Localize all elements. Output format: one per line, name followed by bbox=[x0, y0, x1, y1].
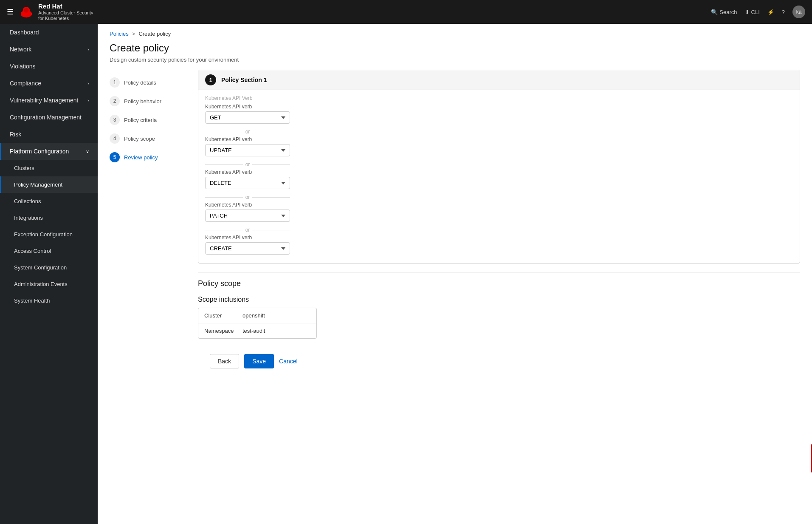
top-navigation: ☰ Red Hat Advanced Cluster Security for … bbox=[0, 0, 812, 24]
step-3-num: 3 bbox=[110, 115, 120, 125]
or-text-2: or bbox=[245, 161, 250, 167]
policy-section-header: 1 Policy Section 1 bbox=[198, 70, 800, 90]
back-button[interactable]: Back bbox=[210, 354, 239, 368]
redhat-logo-icon bbox=[19, 4, 34, 20]
hamburger-menu[interactable]: ☰ bbox=[7, 7, 14, 17]
api-verb-select-3[interactable]: GET UPDATE DELETE PATCH CREATE LIST WATC… bbox=[205, 177, 290, 189]
chevron-right-icon-vuln: › bbox=[87, 98, 89, 103]
sidebar-item-network[interactable]: Network › bbox=[0, 41, 98, 58]
sidebar-label-system-health: System Health bbox=[14, 297, 50, 304]
sidebar: Dashboard Network › Violations Complianc… bbox=[0, 24, 98, 524]
api-verb-label-2: Kubernetes API verb bbox=[205, 136, 793, 142]
cli-action[interactable]: ⬇ CLI bbox=[745, 9, 760, 15]
steps-panel: 1 Policy details 2 Policy behavior 3 Pol… bbox=[110, 70, 186, 375]
brand-text-block: Red Hat Advanced Cluster Security for Ku… bbox=[38, 3, 93, 21]
step-1-num: 1 bbox=[110, 77, 120, 88]
svg-point-2 bbox=[24, 8, 29, 13]
scope-inclusions-title: Scope inclusions bbox=[198, 296, 800, 303]
or-line-right-2 bbox=[252, 164, 290, 165]
step-3[interactable]: 3 Policy criteria bbox=[110, 110, 186, 129]
app-product: Advanced Cluster Security bbox=[38, 10, 93, 16]
scope-cluster-label: Cluster bbox=[204, 312, 242, 319]
sidebar-item-integrations[interactable]: Integrations bbox=[0, 210, 98, 226]
sidebar-item-platform[interactable]: Platform Configuration ∨ bbox=[0, 143, 98, 160]
scope-namespace-value: test-audit bbox=[242, 328, 265, 334]
or-line-right-4 bbox=[252, 230, 290, 230]
sidebar-label-platform: Platform Configuration bbox=[10, 148, 69, 155]
step-4[interactable]: 4 Policy scope bbox=[110, 129, 186, 148]
api-verb-select-5[interactable]: GET UPDATE DELETE PATCH CREATE LIST WATC… bbox=[205, 242, 290, 255]
cancel-button[interactable]: Cancel bbox=[279, 358, 298, 365]
step-2-num: 2 bbox=[110, 96, 120, 106]
or-line-left-4 bbox=[205, 230, 243, 230]
help-icon[interactable]: ? bbox=[782, 9, 785, 15]
save-button[interactable]: Save bbox=[244, 354, 274, 368]
or-text-3: or bbox=[245, 194, 250, 200]
section-title: Policy Section 1 bbox=[221, 76, 267, 83]
api-verb-select-4[interactable]: GET UPDATE DELETE PATCH CREATE LIST WATC… bbox=[205, 210, 290, 222]
brand-logo-area: Red Hat Advanced Cluster Security for Ku… bbox=[19, 3, 93, 21]
download-icon: ⬇ bbox=[745, 9, 750, 15]
policy-section-card: 1 Policy Section 1 Kubernetes API Verb K… bbox=[198, 70, 800, 263]
breadcrumb-policies-link[interactable]: Policies bbox=[110, 31, 129, 37]
breadcrumb-separator: > bbox=[132, 31, 135, 37]
search-icon: 🔍 bbox=[711, 9, 718, 15]
chevron-right-icon-compliance: › bbox=[87, 81, 89, 86]
api-verb-label-1: Kubernetes API verb bbox=[205, 104, 793, 110]
sidebar-item-compliance[interactable]: Compliance › bbox=[0, 75, 98, 92]
sidebar-label-policy-management: Policy Management bbox=[14, 181, 62, 188]
app-subtext: for Kubernetes bbox=[38, 16, 93, 21]
app-name: Red Hat bbox=[38, 3, 93, 10]
sidebar-item-risk[interactable]: Risk bbox=[0, 126, 98, 143]
scope-namespace-row: Namespace test-audit bbox=[198, 323, 316, 338]
sidebar-item-system-config[interactable]: System Configuration bbox=[0, 259, 98, 276]
sidebar-item-exception-config[interactable]: Exception Configuration bbox=[0, 226, 98, 243]
sidebar-label-compliance: Compliance bbox=[10, 80, 41, 87]
sidebar-item-admin-events[interactable]: Administration Events bbox=[0, 276, 98, 292]
sidebar-label-integrations: Integrations bbox=[14, 215, 43, 221]
app-body: Dashboard Network › Violations Complianc… bbox=[0, 24, 812, 524]
sidebar-label-exception-config: Exception Configuration bbox=[14, 231, 73, 238]
or-line-right-1 bbox=[252, 132, 290, 132]
api-verb-select-2[interactable]: GET UPDATE DELETE PATCH CREATE LIST WATC… bbox=[205, 144, 290, 156]
or-text-1: or bbox=[245, 129, 250, 135]
scope-cluster-value: openshift bbox=[242, 312, 265, 319]
sidebar-item-clusters[interactable]: Clusters bbox=[0, 160, 98, 176]
sidebar-item-collections[interactable]: Collections bbox=[0, 193, 98, 210]
sidebar-item-system-health[interactable]: System Health bbox=[0, 292, 98, 309]
step-2-label: Policy behavior bbox=[124, 98, 161, 105]
api-verb-select-1[interactable]: GET UPDATE DELETE PATCH CREATE LIST WATC… bbox=[205, 111, 290, 124]
breadcrumb: Policies > Create policy bbox=[98, 24, 812, 37]
sidebar-item-dashboard[interactable]: Dashboard bbox=[0, 24, 98, 41]
search-action[interactable]: 🔍 Search bbox=[711, 9, 737, 15]
step-2[interactable]: 2 Policy behavior bbox=[110, 92, 186, 110]
step-5-label: Review policy bbox=[124, 154, 158, 161]
or-divider-2: or bbox=[205, 160, 290, 169]
policy-section-body: Kubernetes API Verb Kubernetes API verb … bbox=[198, 90, 800, 263]
api-verb-group-3: Kubernetes API verb GET UPDATE DELETE PA… bbox=[205, 169, 793, 189]
section-number: 1 bbox=[205, 74, 216, 85]
user-avatar[interactable]: ka bbox=[792, 6, 805, 18]
api-verb-label-3: Kubernetes API verb bbox=[205, 169, 793, 175]
sidebar-label-access-control: Access Control bbox=[14, 248, 51, 254]
step-1[interactable]: 1 Policy details bbox=[110, 73, 186, 92]
page-title: Create policy bbox=[110, 42, 800, 54]
bottom-actions: Back Save Cancel bbox=[198, 347, 800, 375]
sidebar-item-access-control[interactable]: Access Control bbox=[0, 243, 98, 259]
pulse-icon[interactable]: ⚡ bbox=[767, 9, 774, 15]
scope-title: Policy scope bbox=[198, 272, 800, 291]
page-subtitle: Design custom security policies for your… bbox=[110, 57, 800, 63]
sidebar-label-network: Network bbox=[10, 46, 31, 53]
search-label: Search bbox=[719, 9, 737, 15]
sidebar-item-violations[interactable]: Violations bbox=[0, 58, 98, 75]
scope-section: Policy scope Scope inclusions Cluster op… bbox=[198, 272, 800, 347]
sidebar-item-vulnerability[interactable]: Vulnerability Management › bbox=[0, 92, 98, 109]
sidebar-item-configuration[interactable]: Configuration Management bbox=[0, 109, 98, 126]
sidebar-item-policy-management[interactable]: Policy Management bbox=[0, 176, 98, 193]
or-text-4: or bbox=[245, 227, 250, 233]
or-line-right-3 bbox=[252, 197, 290, 198]
scope-namespace-label: Namespace bbox=[204, 328, 242, 334]
sidebar-label-collections: Collections bbox=[14, 198, 41, 204]
step-5[interactable]: 5 Review policy bbox=[110, 148, 186, 167]
step-1-label: Policy details bbox=[124, 79, 156, 86]
